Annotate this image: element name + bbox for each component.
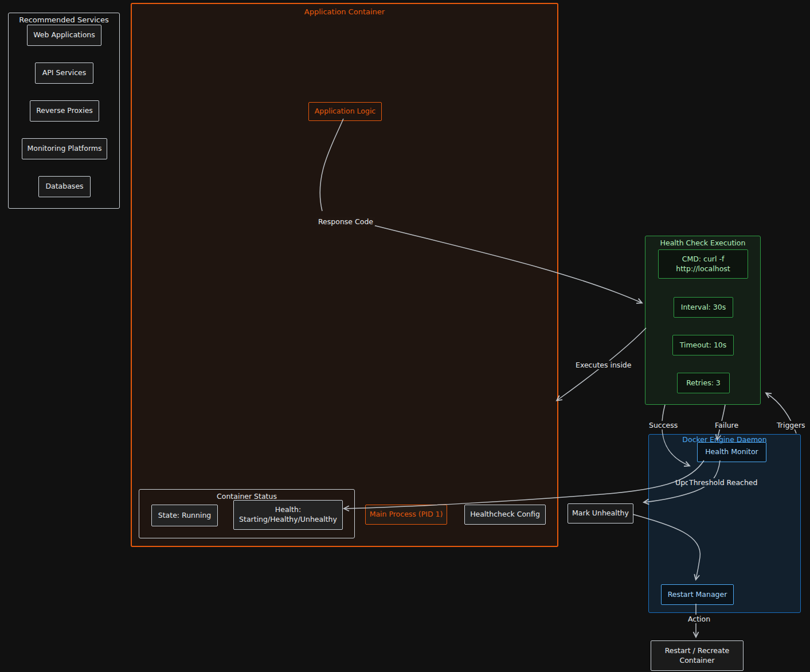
node-timeout[interactable]: Timeout: 10s [672, 335, 734, 355]
cmd-line1: CMD: curl -f [682, 255, 725, 264]
node-application-logic[interactable]: Application Logic [308, 102, 382, 121]
label-failure: Failure [713, 421, 740, 429]
node-web-applications[interactable]: Web Applications [27, 25, 101, 46]
health-status-line2: Starting/Healthy/Unhealthy [239, 515, 337, 525]
node-state-running[interactable]: State: Running [151, 505, 218, 526]
recommended-services-title: Recommended Services [9, 15, 119, 24]
node-healthcheck-config[interactable]: Healthcheck Config [464, 505, 546, 525]
node-cmd[interactable]: CMD: curl -f http://localhost [658, 249, 748, 279]
recommended-services-group[interactable]: Recommended Services Web Applications AP… [8, 13, 120, 209]
diagram-canvas: Recommended Services Web Applications AP… [0, 0, 810, 672]
label-executes-inside: Executes inside [574, 361, 633, 369]
label-response-code: Response Code [316, 217, 375, 226]
node-restart-recreate[interactable]: Restart / Recreate Container [651, 640, 744, 671]
label-threshold-reached: Threshold Reached [688, 478, 758, 487]
node-reverse-proxies[interactable]: Reverse Proxies [30, 100, 99, 122]
node-databases[interactable]: Databases [38, 176, 91, 197]
cmd-line2: http://localhost [676, 264, 730, 274]
label-success: Success [647, 421, 679, 429]
health-check-execution-title: Health Check Execution [645, 239, 760, 247]
health-check-execution-group[interactable]: Health Check Execution CMD: curl -f http… [645, 236, 761, 405]
node-api-services[interactable]: API Services [35, 62, 93, 84]
node-health-monitor[interactable]: Health Monitor [697, 442, 766, 462]
health-status-line1: Health: [275, 505, 301, 515]
label-triggers: Triggers [775, 421, 807, 429]
node-retries[interactable]: Retries: 3 [677, 373, 730, 393]
application-container-title: Application Container [132, 7, 557, 16]
node-health-status[interactable]: Health: Starting/Healthy/Unhealthy [233, 500, 343, 530]
node-mark-unhealthy[interactable]: Mark Unhealthy [568, 503, 633, 523]
restart-recreate-line1: Restart / Recreate [665, 646, 730, 656]
container-status-group[interactable]: Container Status State: Running Health: … [139, 489, 355, 538]
docker-engine-daemon-group[interactable]: Docker Engine Daemon Health Monitor Rest… [648, 434, 801, 613]
node-interval[interactable]: Interval: 30s [674, 297, 733, 318]
label-action: Action [686, 615, 712, 623]
container-status-title: Container Status [139, 492, 354, 501]
application-container-frame[interactable]: Application Container Application Logic … [131, 3, 558, 547]
node-main-process[interactable]: Main Process (PID 1) [365, 505, 447, 525]
node-restart-manager[interactable]: Restart Manager [661, 584, 734, 605]
node-monitoring-platforms[interactable]: Monitoring Platforms [22, 138, 107, 159]
restart-recreate-line2: Container [679, 656, 714, 666]
